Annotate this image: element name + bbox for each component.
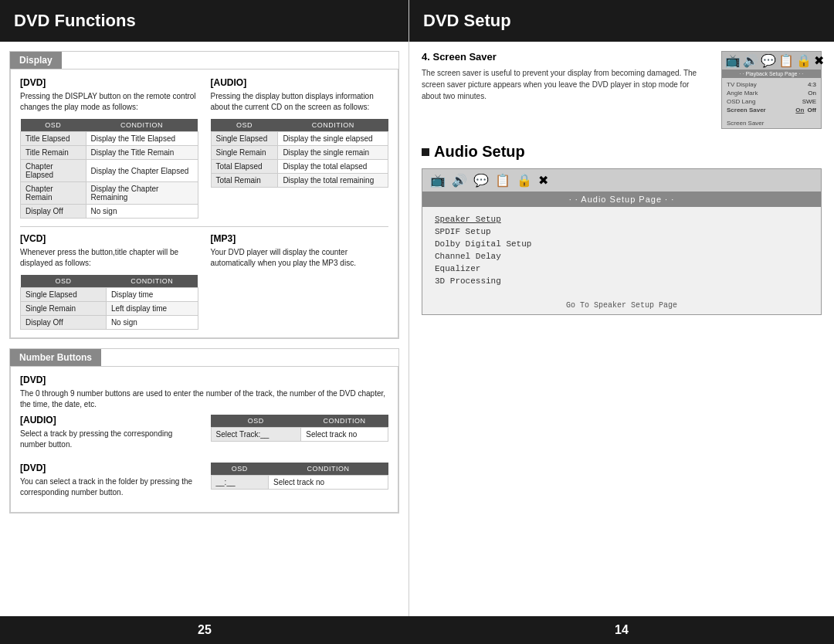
num-audio-desc: Select a track by pressing the correspon… — [20, 429, 198, 450]
footer: 25 14 — [0, 616, 834, 644]
dvd-menu-mock: 📺 🔊 💬 📋 🔒 ✖ · · Playback Setup Page · · … — [721, 51, 822, 129]
mp3-col: [MP3] Your DVD player will display the c… — [211, 233, 389, 330]
audio-setup-title: Audio Setup — [422, 143, 822, 161]
table-row: Total ElapsedDisplay the total elapsed — [211, 160, 388, 174]
audio-menu-item[interactable]: SPDIF Setup — [435, 225, 809, 238]
audio-menu-item[interactable]: Speaker Setup — [435, 213, 809, 225]
num-dvd2-osd-table: OSD CONDITION __:__Select track no — [211, 463, 389, 490]
number-buttons-section: Number Buttons [DVD] The 0 through 9 num… — [9, 348, 399, 514]
screen-saver-image: 📺 🔊 💬 📋 🔒 ✖ · · Playback Setup Page · · … — [721, 51, 822, 129]
dvd-col-title: [DVD] — [20, 77, 198, 88]
vcd-osd-table: OSD CONDITION Single ElapsedDisplay time… — [20, 275, 198, 330]
audio-setup-footer: Go To Speaker Setup Page — [422, 297, 821, 314]
footer-left-page-number: 25 — [198, 623, 212, 637]
audio-icon: 🔊 — [743, 53, 758, 68]
section-divider — [20, 226, 388, 227]
screen-saver-desc: The screen saver is useful to prevent yo… — [422, 67, 710, 102]
table-row: __:__Select track no — [211, 476, 388, 490]
menu-row-tv: TV Display4:3 — [727, 80, 816, 89]
close-icon: ✖ — [814, 53, 824, 68]
screen-saver-section: 4. Screen Saver The screen saver is usef… — [422, 51, 822, 129]
num-dvd-desc: The 0 through 9 number buttons are used … — [20, 388, 388, 410]
vcd-col-title: [VCD] — [20, 233, 198, 244]
display-section: Display [DVD] Pressing the DISPLAY butto… — [9, 51, 399, 339]
audio-menu-item[interactable]: Equalizer — [435, 263, 809, 275]
number-buttons-inner: [DVD] The 0 through 9 number buttons are… — [10, 366, 398, 513]
num-dvd-title: [DVD] — [20, 375, 388, 385]
vcd-table-header-condition: CONDITION — [106, 275, 198, 288]
display-section-inner: [DVD] Pressing the DISPLAY button on the… — [10, 69, 398, 338]
menu-row-osd: OSD LangSWE — [727, 97, 816, 106]
mp3-col-desc: Your DVD player will display the counter… — [211, 247, 389, 269]
left-content: Display [DVD] Pressing the DISPLAY butto… — [0, 42, 409, 616]
audio-menu-item[interactable]: 3D Processing — [435, 275, 809, 287]
screen-saver-text: 4. Screen Saver The screen saver is usef… — [422, 51, 710, 129]
footer-right-page: 14 — [409, 616, 834, 644]
subtitle-icon: 💬 — [761, 53, 776, 68]
table-row: Title ElapsedDisplay the Title Elapsed — [21, 132, 198, 146]
screen-saver-number: 4. — [422, 51, 430, 63]
audio-setup-header: · · Audio Setup Page · · — [422, 192, 821, 207]
screen-saver-title: 4. Screen Saver — [422, 51, 710, 63]
num-dvd2-title: [DVD] — [20, 463, 198, 473]
table-row: Chapter ElapsedDisplay the Chapter Elaps… — [21, 160, 198, 182]
vcd-col: [VCD] Whenever press the button,title ch… — [20, 233, 198, 330]
display-section-tab: Display — [10, 52, 62, 69]
table-row: Select Track:__Select track no — [211, 428, 388, 442]
num-dvd2-table-col: OSD CONDITION __:__Select track no — [211, 463, 389, 504]
menu-row-angle: Angle MarkOn — [727, 89, 816, 97]
audio-icon-1: 📺 — [430, 173, 446, 188]
num-audio-header-osd: OSD — [211, 415, 301, 428]
audio-icon-6: ✖ — [538, 173, 548, 188]
num-audio-title: [AUDIO] — [20, 415, 198, 425]
right-panel: DVD Setup 4. Screen Saver The screen sav… — [409, 0, 834, 616]
num-dvd2-text-col: [DVD] You can select a track in the fold… — [20, 463, 198, 504]
audio-col-title: [AUDIO] — [211, 77, 389, 88]
audio-osd-table: OSD CONDITION Single ElapsedDisplay the … — [211, 119, 389, 188]
audio-icon-5: 🔒 — [517, 173, 532, 188]
table-row: Title RemainDisplay the Title Remain — [21, 146, 198, 160]
audio-menu-item[interactable]: Dolby Digital Setup — [435, 238, 809, 250]
dvd-col: [DVD] Pressing the DISPLAY button on the… — [20, 77, 198, 219]
dvd-menu-footer-label: Screen Saver — [722, 117, 821, 128]
table-row: Total RemainDisplay the total remaining — [211, 174, 388, 188]
display-two-col: [DVD] Pressing the DISPLAY button on the… — [20, 77, 388, 219]
num-dvd2-header-osd: OSD — [211, 463, 268, 476]
audio-table-header-condition: CONDITION — [278, 119, 388, 132]
audio-icon-3: 💬 — [473, 173, 489, 188]
audio-menu-item[interactable]: Channel Delay — [435, 250, 809, 263]
dvd-menu-title: · · Playback Setup Page · · — [722, 69, 821, 78]
table-row: Chapter RemainDisplay the Chapter Remain… — [21, 182, 198, 205]
num-dvd2-col: [DVD] You can select a track in the fold… — [20, 463, 388, 504]
audio-icon-4: 📋 — [495, 173, 510, 188]
dvd-table-header-osd: OSD — [21, 119, 86, 132]
tv-icon: 📺 — [725, 53, 741, 68]
audio-setup-menu: Speaker SetupSPDIF SetupDolby Digital Se… — [422, 207, 821, 297]
table-row: Display OffNo sign — [21, 316, 198, 330]
audio-setup-section: Audio Setup 📺 🔊 💬 📋 🔒 ✖ · · Audio Setup … — [422, 143, 822, 315]
num-audio-dvd-col: [AUDIO] Select a track by pressing the c… — [20, 415, 388, 456]
left-panel: DVD Functions Display [DVD] Pressing the… — [0, 0, 409, 616]
mp3-col-title: [MP3] — [211, 233, 389, 244]
menu-row-screensaver: Screen SaverOnOff — [727, 106, 816, 114]
dvd-col-desc: Pressing the DISPLAY button on the remot… — [20, 91, 198, 113]
audio-setup-box: 📺 🔊 💬 📋 🔒 ✖ · · Audio Setup Page · · Spe… — [422, 168, 822, 315]
dvd-table-header-condition: CONDITION — [86, 119, 198, 132]
lock-icon: 🔒 — [796, 53, 812, 68]
table-row: Single ElapsedDisplay the single elapsed — [211, 132, 388, 146]
number-buttons-tab: Number Buttons — [10, 349, 101, 366]
num-audio-osd-table: OSD CONDITION Select Track:__Select trac… — [211, 415, 389, 442]
num-audio-header-condition: CONDITION — [301, 415, 388, 428]
audio-setup-bullet — [422, 148, 429, 156]
right-content: 4. Screen Saver The screen saver is usef… — [409, 42, 834, 616]
num-dvd2-desc: You can select a track in the folder by … — [20, 476, 198, 498]
table-row: Single RemainLeft display time — [21, 302, 198, 316]
num-dvd2-header-condition: CONDITION — [268, 463, 388, 476]
audio-table-header-osd: OSD — [211, 119, 278, 132]
audio-setup-icons-row: 📺 🔊 💬 📋 🔒 ✖ — [422, 169, 821, 192]
table-row: Display OffNo sign — [21, 205, 198, 219]
vcd-col-desc: Whenever press the button,title chapter … — [20, 247, 198, 269]
left-header-title: DVD Functions — [14, 11, 136, 30]
audio-col-desc: Pressing the display button displays inf… — [211, 91, 389, 113]
table-row: Single ElapsedDisplay time — [21, 288, 198, 302]
